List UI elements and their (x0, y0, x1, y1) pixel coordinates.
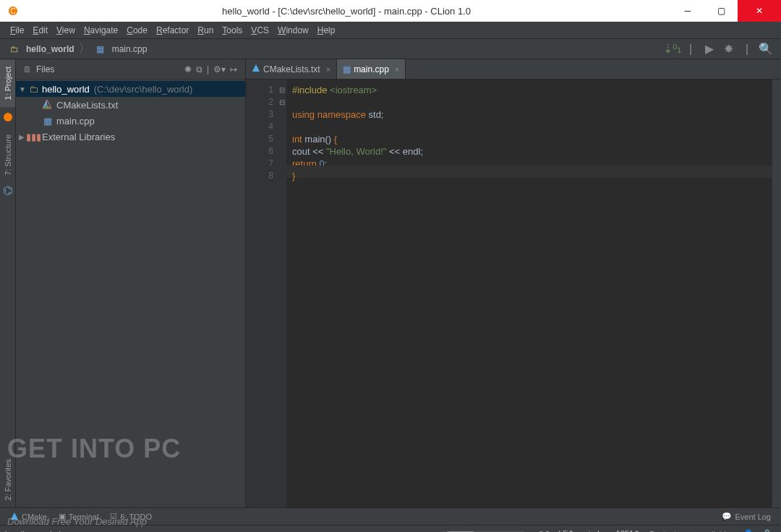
menubar: FileEditViewNavigateCodeRefactorRunTools… (0, 22, 781, 39)
minimize-button[interactable]: ─ (671, 0, 704, 22)
cmake-icon (10, 512, 19, 522)
svg-marker-6 (252, 64, 260, 72)
cpp-icon: ▦ (42, 115, 54, 126)
menu-edit[interactable]: Edit (28, 25, 52, 35)
menu-view[interactable]: View (52, 25, 80, 35)
breadcrumb-project-label: hello_world (26, 44, 74, 54)
bottom-tab-cmake[interactable]: CMake (4, 512, 53, 522)
status-inspector-icon[interactable]: 👤 (743, 529, 754, 532)
status-cursor-pos[interactable]: 8:2 (539, 530, 550, 533)
locate-icon[interactable]: ✺ (184, 64, 192, 74)
line-number-gutter: 12345678 (246, 80, 278, 507)
fold-gutter: ⊟⊟ (278, 80, 286, 507)
build-icon[interactable]: ⇣⁰₁ (665, 42, 679, 56)
svg-text:C: C (10, 7, 15, 15)
collapse-icon[interactable]: ⧉ (196, 64, 202, 74)
tree-item-cmakelists[interactable]: CMakeLists.txt (16, 97, 245, 113)
cpp-icon: ▦ (95, 43, 106, 55)
left-tool-gutter: 1: Project 7: Structure ⌬ 2: Favorites (0, 59, 16, 507)
structure-icon: ⌬ (2, 184, 14, 196)
menu-tools[interactable]: Tools (218, 25, 247, 35)
tree-item-label: CMakeLists.txt (56, 100, 118, 111)
status-context[interactable]: Context: <not available> (649, 530, 735, 533)
run-icon[interactable]: ▶ (702, 42, 717, 56)
svg-marker-7 (11, 512, 18, 520)
cmake-icon (42, 99, 54, 111)
editor-tab-main-cpp[interactable]: ▦main.cpp× (337, 59, 406, 79)
terminal-icon: ▣ (59, 512, 66, 521)
gutter-tab-project-label: 1: Project (4, 66, 12, 100)
clion-logo-icon (2, 111, 14, 123)
eventlog-icon: 💬 (722, 512, 732, 521)
files-icon: 🗎 (22, 64, 33, 75)
gear-icon[interactable]: ⚙▾ (213, 64, 226, 74)
breadcrumb-project[interactable]: 🗀 hello_world (6, 43, 77, 55)
status-loading: Loading symbols... (4, 530, 71, 533)
menu-window[interactable]: Window (273, 25, 313, 35)
status-lock-icon[interactable]: 🔒 (762, 529, 772, 532)
nav-sep2-icon: | (740, 42, 754, 56)
bottom-tab-label: Event Log (735, 512, 771, 521)
breadcrumb-file-label: main.cpp (112, 44, 148, 54)
project-panel-header: 🗎 Files ✺ ⧉ | ⚙▾ ↦ (16, 59, 245, 80)
editor-tabs: CMakeLists.txt×▦main.cpp× (246, 59, 781, 80)
gutter-tab-favorites-label: 2: Favorites (4, 459, 12, 500)
menu-file[interactable]: File (6, 25, 28, 35)
project-panel-title: Files (36, 64, 54, 74)
menu-code[interactable]: Code (122, 25, 152, 35)
code-editor[interactable]: 12345678 ⊟⊟ #include <iostream> using na… (246, 80, 781, 507)
nav-sep-icon: | (683, 42, 698, 56)
status-encoding[interactable]: windows-1251⇕ (583, 529, 640, 532)
folder-icon: 🗀 (27, 83, 39, 95)
editor-right-gutter (772, 80, 781, 507)
gutter-tab-structure-label: 7: Structure (4, 134, 12, 176)
statusbar: Loading symbols... 8:2 LF⇕ windows-1251⇕… (0, 525, 781, 532)
gutter-tab-project[interactable]: 1: Project (0, 59, 15, 107)
bottom-tab-label: Terminal (69, 512, 99, 521)
bottom-tab-eventlog[interactable]: 💬 Event Log (716, 512, 777, 521)
maximize-button[interactable]: ▢ (704, 0, 738, 22)
gutter-tab-structure[interactable]: 7: Structure (0, 127, 15, 183)
close-tab-icon[interactable]: × (395, 65, 399, 74)
editor-area: CMakeLists.txt×▦main.cpp× 12345678 ⊟⊟ #i… (246, 59, 781, 507)
library-icon: ▮▮▮ (27, 131, 39, 142)
tree-root[interactable]: ▼ 🗀 hello_world (C:\dev\src\hello_world) (16, 81, 245, 97)
editor-tab-CMakeLists-txt[interactable]: CMakeLists.txt× (246, 59, 337, 79)
tree-root-path: (C:\dev\src\hello_world) (94, 84, 193, 95)
tree-item-maincpp[interactable]: ▦ main.cpp (16, 113, 245, 129)
menu-run[interactable]: Run (193, 25, 218, 35)
status-lineend[interactable]: LF⇕ (558, 529, 574, 532)
breadcrumb-file[interactable]: ▦ main.cpp (92, 43, 150, 55)
menu-refactor[interactable]: Refactor (152, 25, 193, 35)
window-title: hello_world - [C:\dev\src\hello_world] -… (22, 6, 671, 17)
search-icon[interactable]: 🔍 (759, 42, 773, 56)
todo-icon: ☑ (110, 512, 117, 521)
project-tree: ▼ 🗀 hello_world (C:\dev\src\hello_world)… (16, 80, 245, 146)
bottom-tab-terminal[interactable]: ▣ Terminal (53, 512, 105, 521)
hide-icon[interactable]: ↦ (230, 64, 237, 74)
sep-icon: | (207, 64, 209, 74)
app-icon: C (4, 2, 22, 20)
cmake-icon (252, 64, 260, 74)
tree-external-libs[interactable]: ▶ ▮▮▮ External Libraries (16, 129, 245, 145)
expand-arrow-icon[interactable]: ▼ (19, 85, 27, 93)
cpp-icon: ▦ (343, 64, 351, 74)
breadcrumb-sep: 〉 (79, 41, 90, 56)
nav-breadcrumbs: 🗀 hello_world 〉 ▦ main.cpp ⇣⁰₁ | ▶ ✸ | 🔍 (0, 39, 781, 59)
project-panel: 🗎 Files ✺ ⧉ | ⚙▾ ↦ ▼ 🗀 hello_world (C:\d… (16, 59, 246, 507)
tree-external-label: External Libraries (42, 132, 115, 142)
gutter-tab-favorites[interactable]: 2: Favorites (0, 452, 15, 507)
debug-icon[interactable]: ✸ (721, 42, 735, 56)
menu-vcs[interactable]: VCS (247, 25, 273, 35)
menu-navigate[interactable]: Navigate (80, 25, 122, 35)
bottom-tab-label: 6: TODO (120, 512, 152, 521)
titlebar: C hello_world - [C:\dev\src\hello_world]… (0, 0, 781, 22)
bottom-tab-todo[interactable]: ☑ 6: TODO (104, 512, 158, 521)
code-lines[interactable]: #include <iostream> using namespace std;… (286, 80, 772, 507)
menu-help[interactable]: Help (313, 25, 340, 35)
close-tab-icon[interactable]: × (326, 65, 330, 74)
svg-point-2 (4, 113, 12, 121)
folder-icon: 🗀 (9, 43, 20, 55)
tree-item-label: main.cpp (56, 116, 95, 126)
close-button[interactable]: ✕ (738, 0, 781, 22)
